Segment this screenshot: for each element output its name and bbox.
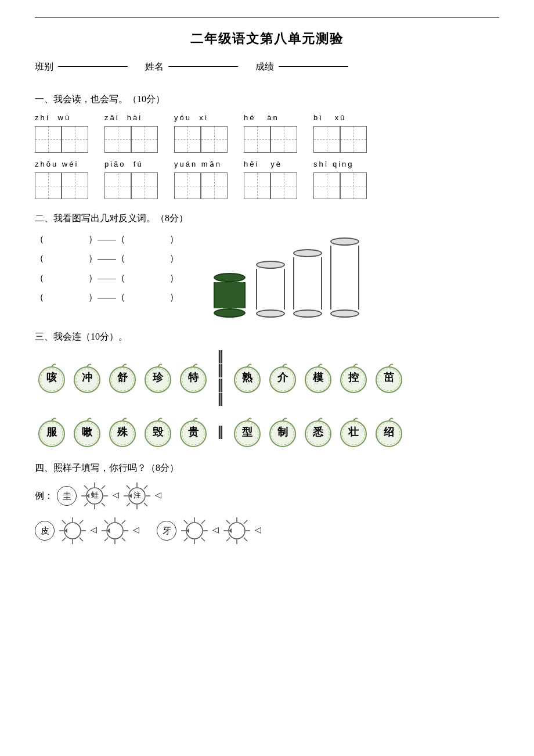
char-box[interactable] — [131, 172, 158, 199]
score-field: 成绩 — [255, 59, 348, 74]
match-row1-left: 咳 冲 舒 — [35, 361, 210, 395]
match-row1-right: 熟 介 模 — [230, 361, 406, 395]
pinyin-zhouwei: zhōu wéi — [35, 159, 78, 171]
apple-su: 嗽 — [70, 415, 104, 449]
char-box[interactable] — [62, 172, 88, 199]
char-box[interactable] — [244, 126, 270, 153]
apple-shu2: 熟 — [230, 361, 264, 395]
arrow-symbol-1: ◁ — [113, 489, 119, 502]
pinyin-bixu: bì xū — [313, 112, 346, 124]
pinyin-yuanman: yuán mǎn — [174, 159, 222, 171]
apple-te: 特 — [176, 361, 210, 395]
char-box[interactable] — [201, 172, 228, 199]
char-box[interactable] — [35, 172, 62, 199]
svg-line-56 — [144, 503, 147, 506]
arrow-ya-1: ◁ — [212, 524, 219, 537]
char-box[interactable] — [270, 126, 297, 153]
top-divider — [35, 17, 499, 18]
cylinder-tall-3 — [330, 237, 359, 318]
section4-title: 四、照样子填写，你行吗？（8分） — [35, 460, 499, 476]
svg-line-77 — [122, 520, 125, 524]
pinyin-hean: hé àn — [244, 112, 279, 124]
word-bixu: bì xū — [313, 112, 367, 153]
pinyin-zhiwu: zhí wù — [35, 112, 71, 124]
sun-char-wa: 蛙 — [91, 489, 99, 502]
apple-kong: 控 — [337, 361, 370, 395]
row1-divider: ‖ ‖ ‖ ‖ — [210, 350, 230, 406]
char-box[interactable] — [340, 126, 367, 153]
cylinder-tall-1 — [256, 261, 285, 318]
word-zaihai: zāi hài — [104, 112, 158, 153]
svg-line-85 — [184, 520, 187, 524]
pinyin-zaihai: zāi hài — [104, 112, 142, 124]
class-field: 班别 — [35, 59, 128, 74]
svg-line-97 — [244, 520, 247, 524]
apple-shu: 舒 — [106, 361, 139, 395]
arrow-symbol-2: ◁ — [155, 489, 161, 502]
practice-ya: 牙 ◁ — [157, 516, 261, 545]
section3: 三、我会连（10分）。 咳 — [35, 329, 499, 449]
char-box[interactable] — [340, 172, 367, 199]
word-piaofu: piāo fú — [104, 159, 158, 199]
apple-zhen: 珍 — [141, 361, 175, 395]
cylinder-illustrations — [214, 237, 359, 318]
char-box[interactable] — [174, 126, 201, 153]
svg-line-76 — [122, 538, 125, 541]
section2-title: 二、我看图写出几对反义词。（8分） — [35, 211, 499, 226]
word-zhiwu: zhí wù — [35, 112, 88, 153]
char-box[interactable] — [131, 126, 158, 153]
antonym-pair-1: （）——（） — [35, 232, 179, 247]
char-box[interactable] — [201, 126, 228, 153]
apple-zhuang: 壮 — [337, 415, 370, 449]
section1-row2: zhōu wéi piāo fú yuán mǎn hēi yè — [35, 159, 499, 199]
svg-line-88 — [184, 538, 187, 541]
sun-wa: 蛙 — [80, 481, 109, 510]
svg-line-75 — [104, 520, 108, 524]
apple-shu3: 殊 — [106, 415, 139, 449]
boxes-youxi — [174, 126, 228, 153]
svg-line-55 — [127, 485, 130, 489]
practice-pi: 皮 ◁ — [35, 516, 139, 545]
svg-line-98 — [226, 538, 230, 541]
char-box[interactable] — [313, 126, 340, 153]
svg-line-67 — [80, 520, 83, 524]
apple-zhuo: 茁 — [372, 361, 406, 395]
example-row: 例： 圭 蛙 ◁ — [35, 481, 499, 510]
boxes-zhiwu — [35, 126, 88, 153]
boxes-hean — [244, 126, 297, 153]
svg-line-66 — [80, 538, 83, 541]
word-heiiye: hēi yè — [244, 159, 297, 199]
section3-title: 三、我会连（10分）。 — [35, 329, 499, 344]
name-label: 姓名 — [145, 59, 164, 74]
svg-line-48 — [84, 503, 88, 506]
sun-blank-1 — [58, 516, 87, 545]
char-box[interactable] — [174, 172, 201, 199]
char-box[interactable] — [104, 126, 131, 153]
match-row2-left: 服 嗽 殊 — [35, 415, 210, 449]
apple-gui: 贵 — [176, 415, 210, 449]
example-circle-gui: 圭 — [57, 486, 77, 506]
example-label: 例： — [35, 488, 53, 503]
cylinder-tall-2 — [293, 249, 322, 318]
boxes-heiye — [244, 172, 297, 199]
svg-line-58 — [127, 503, 130, 506]
apple-jie: 介 — [266, 361, 300, 395]
char-box[interactable] — [62, 126, 88, 153]
svg-line-68 — [62, 538, 66, 541]
sun-blank-2 — [100, 516, 129, 545]
char-box[interactable] — [35, 126, 62, 153]
char-box[interactable] — [244, 172, 270, 199]
char-box[interactable] — [270, 172, 297, 199]
svg-line-95 — [226, 520, 230, 524]
char-box[interactable] — [313, 172, 340, 199]
pinyin-piaofu: piāo fú — [104, 159, 143, 171]
char-box[interactable] — [104, 172, 131, 199]
circle-pi: 皮 — [35, 521, 55, 541]
name-input-line — [168, 66, 238, 67]
svg-line-96 — [244, 538, 247, 541]
circle-ya: 牙 — [157, 521, 176, 541]
boxes-piaofu — [104, 172, 158, 199]
word-zhouwei: zhōu wéi — [35, 159, 88, 199]
svg-line-45 — [84, 485, 88, 489]
info-row: 班别 姓名 成绩 — [35, 59, 499, 74]
